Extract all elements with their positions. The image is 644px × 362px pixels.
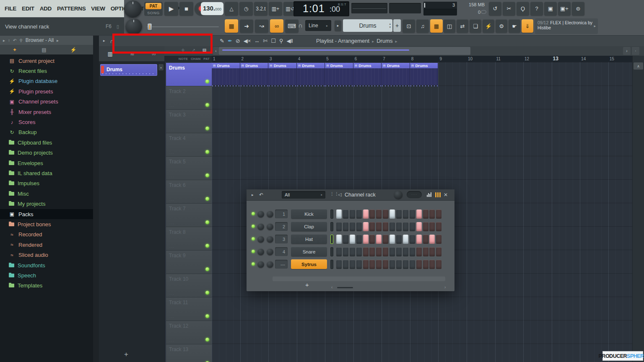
step-cell[interactable]	[403, 247, 408, 256]
browser-item[interactable]: ↻ Backup	[0, 127, 93, 137]
step-cell[interactable]	[363, 209, 369, 219]
hint-panel-flex[interactable]: 09/12FLEX | Electronica by Histibe ▸	[535, 18, 598, 34]
volume-knob[interactable]	[267, 211, 273, 217]
step-cell[interactable]	[429, 209, 435, 219]
step-cell[interactable]	[343, 209, 348, 219]
step-cell[interactable]	[363, 260, 369, 269]
pattern-picker-item[interactable]: Drums	[100, 64, 157, 76]
close-icon[interactable]: ✕	[444, 192, 448, 198]
timeline-tick[interactable]: 11	[495, 56, 523, 62]
browser-item[interactable]: ╫ Mixer presets	[0, 107, 93, 117]
undo-icon[interactable]: ↶	[259, 192, 263, 198]
mixer-button[interactable]: ◫	[444, 19, 455, 33]
channel-filter-selector[interactable]: All ▸	[282, 191, 325, 199]
step-cell[interactable]	[403, 260, 408, 269]
piano-roll-button[interactable]: ♫	[416, 19, 429, 33]
step-cell[interactable]	[403, 222, 408, 231]
playlist-timeline[interactable]: 123456789101112131415	[212, 56, 632, 62]
browser-item[interactable]: ≈ Recorded	[0, 230, 93, 240]
arrow-icon[interactable]: ↗	[192, 48, 195, 52]
channel-led[interactable]	[252, 237, 255, 240]
channel-number[interactable]: 4	[275, 247, 288, 256]
step-cell[interactable]	[416, 260, 422, 269]
channel-number[interactable]: 1	[275, 209, 288, 218]
timeline-tick[interactable]: 12	[523, 56, 552, 62]
channel-number[interactable]: 3	[275, 235, 288, 243]
step-cell[interactable]	[429, 222, 435, 231]
channel-preview[interactable]	[330, 235, 333, 244]
picker-tab-automation[interactable]: ∞	[152, 51, 156, 57]
volume-knob[interactable]	[267, 223, 273, 230]
playlist-view-button[interactable]: ⊡	[402, 19, 415, 33]
browser-item[interactable]: Misc	[0, 189, 93, 199]
step-cell[interactable]	[390, 260, 395, 269]
track-led[interactable]	[205, 291, 209, 295]
tweak-last-button[interactable]: ⚙	[496, 19, 507, 33]
playlist-track-header[interactable]: Track 3	[166, 110, 212, 133]
step-cell[interactable]	[410, 235, 415, 244]
step-cell[interactable]	[416, 235, 422, 244]
scroll-up-button[interactable]: ∧	[634, 62, 643, 70]
zoom-tool[interactable]: ⚲	[279, 38, 283, 44]
pan-knob[interactable]	[257, 223, 264, 230]
playlist-track-header[interactable]: Track 4	[166, 133, 212, 157]
step-cell[interactable]	[410, 222, 415, 231]
step-cell[interactable]	[369, 209, 375, 219]
browser-scroll-lane[interactable]	[93, 36, 99, 362]
step-cell[interactable]	[343, 247, 348, 256]
timeline-tick[interactable]: 8	[410, 56, 439, 62]
step-cell[interactable]	[390, 209, 395, 219]
step-cell[interactable]	[436, 235, 441, 244]
track-led[interactable]	[205, 103, 209, 107]
undo-button[interactable]: ↺	[489, 2, 501, 16]
pan-knob[interactable]	[257, 261, 264, 268]
step-cell[interactable]	[350, 235, 355, 244]
browser-item[interactable]: My projects	[0, 199, 93, 209]
channel-led[interactable]	[252, 225, 255, 228]
step-cell[interactable]	[410, 260, 415, 269]
channel-led[interactable]	[252, 262, 255, 266]
step-cell[interactable]	[336, 235, 342, 244]
step-cell[interactable]	[369, 260, 375, 269]
track-led[interactable]	[205, 220, 209, 224]
cut-button[interactable]: ✂	[503, 2, 515, 16]
menu-item[interactable]: ADD	[40, 5, 52, 12]
paint-tool[interactable]: ✒	[228, 38, 232, 44]
step-cell[interactable]	[390, 235, 395, 244]
menu-icon[interactable]: ▸	[252, 193, 254, 197]
browser-item[interactable]: Clipboard files	[0, 137, 93, 147]
timeline-tick[interactable]: 13	[552, 56, 580, 62]
pattern-clip[interactable]: ▤ Drums	[240, 63, 269, 87]
step-cell[interactable]	[423, 247, 428, 256]
chevron-right-icon[interactable]: ▸	[3, 38, 5, 43]
playlist-track-header[interactable]: Track 9	[166, 251, 212, 274]
step-cell[interactable]	[436, 260, 441, 269]
browser-item[interactable]: ▣ Channel presets	[0, 97, 93, 107]
song-mode-label[interactable]: SONG	[144, 10, 163, 15]
step-cell[interactable]	[350, 209, 355, 219]
browser-tab-all[interactable]: ✦	[0, 47, 29, 53]
step-cell[interactable]	[356, 260, 362, 269]
step-cell[interactable]	[363, 247, 369, 256]
step-sequencer-mode-button[interactable]: ▦	[225, 19, 238, 33]
performance-arrow-button[interactable]: ➜	[240, 19, 253, 33]
step-cell[interactable]	[356, 247, 362, 256]
blend-recording-button[interactable]: ▥+	[269, 2, 282, 16]
step-cell[interactable]	[429, 260, 435, 269]
undo-icon[interactable]: ↶	[13, 38, 16, 43]
plugin-picker-button[interactable]: ❏	[470, 19, 481, 33]
step-cell[interactable]	[403, 209, 408, 219]
timeline-tick[interactable]: 2	[240, 56, 269, 62]
output-monitor[interactable]	[351, 3, 387, 13]
step-cell[interactable]	[350, 247, 355, 256]
pattern-clip[interactable]: ▤ Drums	[268, 63, 297, 87]
channel-preview[interactable]	[330, 222, 333, 231]
step-cell[interactable]	[383, 222, 388, 231]
add-pattern-button[interactable]: +	[393, 19, 401, 32]
sound-library-button[interactable]: ⇓	[522, 19, 533, 33]
playlist-track-header[interactable]: Track 5	[166, 157, 212, 180]
snap-selector[interactable]: Line ▸	[305, 20, 331, 31]
pattern-clip[interactable]: ▤ Drums	[212, 63, 240, 87]
step-cell[interactable]	[423, 260, 428, 269]
step-cell[interactable]	[343, 235, 348, 244]
